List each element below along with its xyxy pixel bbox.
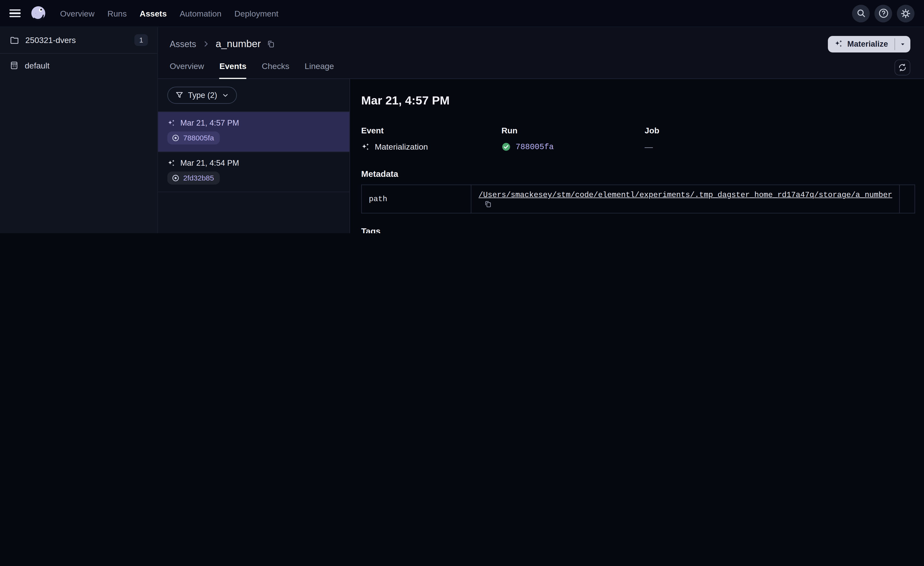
- run-success-icon: [501, 142, 511, 152]
- materialize-dropdown-button[interactable]: [895, 36, 910, 52]
- job-column-header: Job: [645, 126, 915, 135]
- primary-nav: Overview Runs Assets Automation Deployme…: [60, 9, 279, 18]
- materialization-sparkle-icon: [167, 119, 176, 127]
- copy-path-icon[interactable]: [484, 200, 492, 208]
- metadata-row-path: path /Users/smackesey/stm/code/elementl/…: [362, 185, 915, 213]
- metadata-heading: Metadata: [361, 169, 915, 179]
- run-id-label: 788005fa: [183, 134, 214, 142]
- event-summary-columns: Event Materialization Run: [361, 126, 915, 152]
- materialization-sparkle-icon: [361, 142, 370, 151]
- main-area: Assets a_number Materialize: [158, 27, 924, 233]
- metadata-key: path: [362, 185, 471, 213]
- sidebar-item-code-location[interactable]: 250321-dvers 1: [0, 27, 158, 53]
- tags-heading: Tags: [361, 226, 915, 233]
- run-id-link[interactable]: 788005fa: [516, 142, 554, 151]
- materialization-sparkle-icon: [167, 159, 176, 167]
- tab-checks[interactable]: Checks: [262, 57, 289, 79]
- search-icon: [856, 8, 866, 18]
- sidebar-item-default-group[interactable]: default: [0, 54, 158, 77]
- job-empty-value: —: [645, 142, 653, 152]
- event-column: Event Materialization: [361, 126, 502, 152]
- nav-item-automation[interactable]: Automation: [180, 9, 221, 18]
- materialize-label: Materialize: [847, 39, 888, 48]
- chevron-right-icon: [201, 39, 210, 48]
- nav-item-deployment[interactable]: Deployment: [234, 9, 278, 18]
- asset-group-label: default: [25, 61, 148, 70]
- breadcrumb-assets-link[interactable]: Assets: [170, 39, 196, 49]
- type-filter-label: Type (2): [188, 91, 217, 99]
- type-filter-button[interactable]: Type (2): [167, 87, 237, 104]
- tab-lineage[interactable]: Lineage: [304, 57, 334, 79]
- settings-button[interactable]: [897, 5, 915, 22]
- refresh-button[interactable]: [894, 60, 910, 75]
- page-title: a_number: [216, 38, 261, 50]
- top-nav: Overview Runs Assets Automation Deployme…: [0, 0, 924, 27]
- metadata-value-cell: /Users/smackesey/stm/code/elementl/exper…: [471, 185, 900, 213]
- path-link[interactable]: /Users/smackesey/stm/code/elementl/exper…: [478, 190, 892, 199]
- tab-overview[interactable]: Overview: [170, 57, 204, 79]
- nav-item-runs[interactable]: Runs: [108, 9, 127, 18]
- event-list-item-1[interactable]: Mar 21, 4:57 PM 788005fa: [158, 111, 350, 152]
- filter-row: Type (2): [158, 79, 350, 111]
- dagster-app: Overview Runs Assets Automation Deployme…: [0, 0, 924, 233]
- events-list-pane: Type (2) Mar 21, 4:57 PM: [158, 79, 350, 233]
- metadata-spacer-cell: [900, 185, 915, 213]
- code-location-label: 250321-dvers: [25, 35, 135, 45]
- breadcrumb: Assets a_number Materialize: [158, 27, 924, 53]
- event-time: Mar 21, 4:54 PM: [180, 159, 239, 167]
- event-time: Mar 21, 4:57 PM: [180, 119, 239, 127]
- run-id-label: 2fd32b85: [183, 174, 214, 182]
- refresh-icon: [898, 63, 907, 72]
- help-button[interactable]: [874, 5, 892, 22]
- copy-asset-name-icon[interactable]: [266, 39, 275, 48]
- asset-count-badge: 1: [135, 34, 148, 46]
- event-list-item-2[interactable]: Mar 21, 4:54 PM 2fd32b85: [158, 152, 350, 192]
- run-column: Run 788005fa: [501, 126, 645, 152]
- job-column: Job —: [645, 126, 915, 152]
- run-id-badge[interactable]: 788005fa: [167, 131, 220, 144]
- event-detail-title: Mar 21, 4:57 PM: [361, 94, 915, 107]
- gear-icon: [900, 8, 911, 19]
- asset-group-icon: [9, 61, 19, 70]
- caret-down-icon: [899, 40, 906, 47]
- folder-icon: [9, 35, 20, 45]
- event-type-label: Materialization: [375, 142, 428, 152]
- filter-funnel-icon: [175, 91, 184, 99]
- asset-groups-sidebar: 250321-dvers 1 default 250321-dvers: [0, 27, 158, 233]
- run-column-header: Run: [501, 126, 645, 135]
- materialize-button[interactable]: Materialize: [828, 36, 894, 52]
- nav-item-overview[interactable]: Overview: [60, 9, 94, 18]
- metadata-table: path /Users/smackesey/stm/code/elementl/…: [361, 185, 915, 214]
- top-nav-actions: [852, 5, 915, 22]
- run-status-icon: [171, 134, 180, 142]
- tab-events[interactable]: Events: [219, 57, 246, 79]
- sparkle-icon: [834, 39, 843, 48]
- dagster-logo[interactable]: [29, 5, 47, 22]
- run-id-badge[interactable]: 2fd32b85: [167, 172, 220, 184]
- chevron-down-icon: [221, 91, 229, 99]
- event-column-header: Event: [361, 126, 502, 135]
- help-icon: [878, 8, 889, 19]
- event-detail-pane: Mar 21, 4:57 PM Event Materialization: [350, 79, 924, 233]
- search-button[interactable]: [852, 5, 870, 22]
- nav-item-assets[interactable]: Assets: [140, 9, 166, 18]
- materialize-split-button: Materialize: [828, 36, 910, 52]
- asset-tabs: Overview Events Checks Lineage: [158, 53, 924, 79]
- run-status-icon: [171, 174, 180, 182]
- hamburger-menu-icon[interactable]: [9, 9, 21, 17]
